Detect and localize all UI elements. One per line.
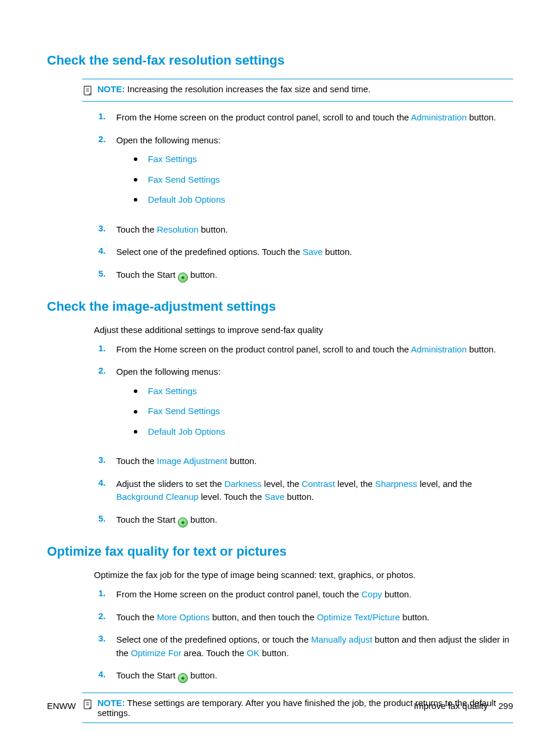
bullet-icon (134, 157, 137, 161)
ui-term: Contrast (302, 479, 335, 489)
bullet-icon (134, 389, 137, 393)
section-intro: Adjust these additional settings to impr… (94, 325, 513, 335)
sub-list: Fax SettingsFax Send SettingsDefault Job… (134, 153, 513, 207)
bullet-icon (134, 410, 137, 414)
step-body: Select one of the predefined options. To… (116, 246, 513, 259)
ui-term: Default Job Options (148, 193, 225, 207)
bullet-icon (134, 198, 137, 201)
sub-item: Fax Settings (134, 153, 513, 166)
sub-item: Fax Settings (134, 385, 513, 398)
step-item: 4.Touch the Start ◈ button. (94, 669, 513, 683)
step-item: 1.From the Home screen on the product co… (94, 111, 513, 125)
ui-term: Save (264, 492, 284, 502)
ui-term: Fax Send Settings (148, 405, 220, 418)
ui-term: OK (247, 648, 259, 658)
step-list: 1.From the Home screen on the product co… (94, 111, 513, 283)
ui-term: Optimize For (131, 648, 181, 658)
step-body: Touch the Start ◈ button. (116, 268, 513, 283)
ui-term: More Options (157, 612, 210, 622)
ui-term: Administration (411, 112, 467, 122)
ui-term: Manually adjust (311, 634, 372, 644)
sub-item: Default Job Options (134, 193, 513, 207)
section-heading: Check the image-adjustment settings (47, 299, 513, 314)
ui-term: Save (302, 247, 322, 257)
ui-term: Administration (411, 344, 467, 354)
step-body: Adjust the sliders to set the Darkness l… (116, 478, 513, 504)
ui-term: Optimize Text/Picture (317, 612, 400, 622)
step-item: 5.Touch the Start ◈ button. (94, 513, 513, 527)
step-item: 3.Select one of the predefined options, … (94, 633, 513, 660)
step-number: 5. (94, 513, 106, 523)
step-item: 1.From the Home screen on the product co… (94, 343, 513, 357)
step-number: 2. (94, 611, 106, 621)
step-body: From the Home screen on the product cont… (116, 111, 513, 125)
step-number: 4. (94, 669, 106, 679)
step-number: 3. (94, 223, 106, 233)
doc-section: Check the send-fax resolution settingsNO… (47, 53, 513, 283)
step-item: 1.From the Home screen on the product co… (94, 588, 513, 601)
step-body: Touch the Start ◈ button. (116, 513, 513, 527)
step-item: 3.Touch the Resolution button. (94, 223, 513, 237)
step-item: 2.Open the following menus:Fax SettingsF… (94, 365, 513, 445)
step-number: 1. (94, 111, 106, 121)
ui-term: Darkness (224, 479, 261, 489)
note-text: Increasing the resolution increases the … (127, 84, 370, 94)
step-body: Open the following menus:Fax SettingsFax… (116, 134, 513, 214)
ui-term: Fax Send Settings (148, 173, 220, 187)
step-item: 5.Touch the Start ◈ button. (94, 268, 513, 283)
step-body: Touch the Resolution button. (116, 223, 513, 237)
step-number: 3. (94, 633, 106, 643)
step-body: Touch the Image Adjustment button. (116, 455, 513, 468)
step-body: Open the following menus:Fax SettingsFax… (116, 365, 513, 445)
step-number: 4. (94, 246, 106, 256)
step-number: 4. (94, 478, 106, 488)
note-callout: NOTE: Increasing the resolution increase… (82, 79, 513, 102)
footer-section-title: Improve fax quality (414, 701, 488, 711)
doc-section: Check the image-adjustment settingsAdjus… (47, 299, 513, 527)
bullet-icon (134, 178, 137, 182)
note-icon (82, 85, 94, 96)
section-heading: Check the send-fax resolution settings (47, 53, 513, 68)
step-body: Touch the Start ◈ button. (116, 669, 513, 683)
sub-item: Fax Send Settings (134, 405, 513, 418)
step-body: Touch the More Options button, and then … (116, 611, 513, 624)
step-item: 2.Open the following menus:Fax SettingsF… (94, 134, 513, 214)
footer-page-number: 299 (498, 701, 513, 711)
ui-term: Image Adjustment (157, 456, 227, 466)
step-number: 1. (94, 343, 106, 353)
step-body: From the Home screen on the product cont… (116, 343, 513, 357)
page-footer: ENWW Improve fax quality 299 (47, 701, 513, 711)
step-item: 3.Touch the Image Adjustment button. (94, 455, 513, 468)
ui-term: Resolution (157, 224, 198, 234)
ui-term: Copy (362, 589, 382, 599)
step-item: 4.Adjust the sliders to set the Darkness… (94, 478, 513, 504)
ui-term: Fax Settings (148, 385, 197, 398)
step-item: 2.Touch the More Options button, and the… (94, 611, 513, 624)
start-icon: ◈ (178, 673, 188, 683)
step-body: From the Home screen on the product cont… (116, 588, 513, 601)
sub-item: Fax Send Settings (134, 173, 513, 187)
step-list: 1.From the Home screen on the product co… (94, 588, 513, 683)
start-icon: ◈ (178, 273, 188, 283)
sub-item: Default Job Options (134, 425, 513, 439)
step-number: 1. (94, 588, 106, 598)
ui-term: Background Cleanup (116, 492, 198, 502)
ui-term: Default Job Options (148, 425, 225, 439)
step-number: 2. (94, 365, 106, 375)
bullet-icon (134, 430, 137, 434)
step-number: 2. (94, 134, 106, 144)
step-body: Select one of the predefined options, or… (116, 633, 513, 660)
step-number: 5. (94, 268, 106, 278)
note-label: NOTE: (97, 84, 125, 94)
step-number: 3. (94, 455, 106, 465)
sub-list: Fax SettingsFax Send SettingsDefault Job… (134, 385, 513, 439)
start-icon: ◈ (178, 518, 188, 527)
step-item: 4.Select one of the predefined options. … (94, 246, 513, 259)
section-heading: Optimize fax quality for text or picture… (47, 544, 513, 559)
step-list: 1.From the Home screen on the product co… (94, 343, 513, 527)
footer-left: ENWW (47, 701, 76, 711)
section-intro: Optimize the fax job for the type of ima… (94, 570, 513, 580)
ui-term: Sharpness (375, 479, 417, 489)
doc-section: Optimize fax quality for text or picture… (47, 544, 513, 723)
ui-term: Fax Settings (148, 153, 197, 166)
